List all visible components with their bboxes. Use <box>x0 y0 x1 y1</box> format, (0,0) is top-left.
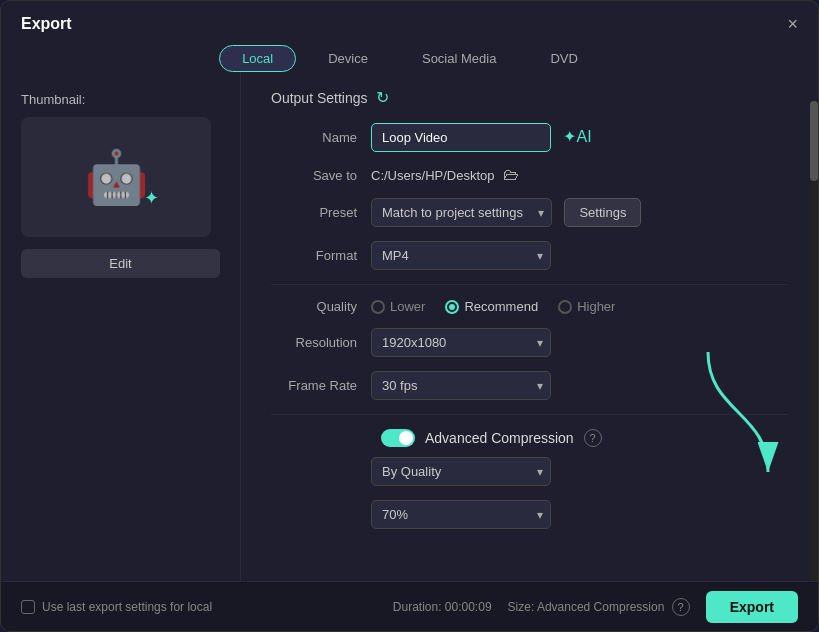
export-dialog: Export × Local Device Social Media DVD T… <box>0 0 819 632</box>
edit-button[interactable]: Edit <box>21 249 220 278</box>
frame-rate-field: 30 fps ▾ <box>371 371 788 400</box>
size-label: Size: Advanced Compression ? <box>508 598 690 616</box>
quality-pct-select[interactable]: 70% <box>371 500 551 529</box>
advanced-compression-row: Advanced Compression ? <box>271 429 788 447</box>
last-settings-checkbox[interactable] <box>21 600 35 614</box>
quality-options: Lower Recommend Higher <box>371 299 788 314</box>
left-panel: Thumbnail: 🤖 ✦ Edit <box>1 72 241 592</box>
resolution-field: 1920x1080 ▾ <box>371 328 788 357</box>
frame-rate-label: Frame Rate <box>271 378 371 393</box>
quality-lower-label: Lower <box>390 299 425 314</box>
save-to-row: Save to C:/Users/HP/Desktop 🗁 <box>271 166 788 184</box>
radio-higher-circle <box>558 300 572 314</box>
divider-1 <box>271 284 788 285</box>
preset-field: Match to project settings ▾ Settings <box>371 198 788 227</box>
by-quality-field: By Quality ▾ <box>371 457 788 486</box>
radio-lower-circle <box>371 300 385 314</box>
quality-recommend-label: Recommend <box>464 299 538 314</box>
save-path-text: C:/Users/HP/Desktop <box>371 168 495 183</box>
content-area: Thumbnail: 🤖 ✦ Edit Output Settings ↻ Na… <box>1 72 818 592</box>
duration-label: Duration: 00:00:09 <box>393 600 492 614</box>
thumbnail-box: 🤖 ✦ <box>21 117 211 237</box>
last-settings-label: Use last export settings for local <box>42 600 212 614</box>
output-settings-header: Output Settings ↻ <box>271 88 788 107</box>
ai-thumb-icon: 🤖 <box>84 147 149 208</box>
by-quality-select-wrapper: By Quality ▾ <box>371 457 551 486</box>
quality-lower[interactable]: Lower <box>371 299 425 314</box>
quality-recommend[interactable]: Recommend <box>445 299 538 314</box>
format-field: MP4 ▾ <box>371 241 788 270</box>
preset-select-wrapper: Match to project settings ▾ <box>371 198 552 227</box>
refresh-icon[interactable]: ↻ <box>376 88 389 107</box>
by-quality-select[interactable]: By Quality <box>371 457 551 486</box>
scrollbar-track <box>810 101 818 581</box>
right-panel: Output Settings ↻ Name ✦AI Save to C:/Us… <box>241 72 818 592</box>
output-settings-label: Output Settings <box>271 90 368 106</box>
format-select-wrapper: MP4 ▾ <box>371 241 551 270</box>
advanced-compression-label: Advanced Compression <box>425 430 574 446</box>
frame-rate-select[interactable]: 30 fps <box>371 371 551 400</box>
frame-rate-row: Frame Rate 30 fps ▾ <box>271 371 788 400</box>
sparkle-icon: ✦ <box>144 187 159 209</box>
scrollbar-thumb[interactable] <box>810 101 818 181</box>
help-icon[interactable]: ? <box>584 429 602 447</box>
bottom-meta: Duration: 00:00:09 Size: Advanced Compre… <box>393 598 690 616</box>
export-button[interactable]: Export <box>706 591 798 623</box>
name-input[interactable] <box>371 123 551 152</box>
format-label: Format <box>271 248 371 263</box>
quality-label: Quality <box>271 299 371 314</box>
quality-pct-field: 70% ▾ <box>371 500 788 529</box>
dialog-title: Export <box>21 15 72 33</box>
tab-device[interactable]: Device <box>306 45 390 72</box>
tab-social-media[interactable]: Social Media <box>400 45 518 72</box>
bottom-bar: Use last export settings for local Durat… <box>1 581 818 631</box>
resolution-label: Resolution <box>271 335 371 350</box>
save-to-field: C:/Users/HP/Desktop 🗁 <box>371 166 788 184</box>
advanced-compression-toggle[interactable] <box>381 429 415 447</box>
folder-icon[interactable]: 🗁 <box>503 166 519 184</box>
tab-bar: Local Device Social Media DVD <box>1 45 818 72</box>
ai-label-icon[interactable]: ✦AI <box>563 128 591 145</box>
preset-label: Preset <box>271 205 371 220</box>
radio-recommend-circle <box>445 300 459 314</box>
by-quality-row: By Quality ▾ <box>271 457 788 486</box>
close-button[interactable]: × <box>787 15 798 33</box>
preset-row: Preset Match to project settings ▾ Setti… <box>271 198 788 227</box>
quality-higher-label: Higher <box>577 299 615 314</box>
preset-select[interactable]: Match to project settings <box>371 198 552 227</box>
resolution-row: Resolution 1920x1080 ▾ <box>271 328 788 357</box>
format-row: Format MP4 ▾ <box>271 241 788 270</box>
resolution-select[interactable]: 1920x1080 <box>371 328 551 357</box>
name-label: Name <box>271 130 371 145</box>
thumbnail-label: Thumbnail: <box>21 92 220 107</box>
quality-pct-select-wrapper: 70% ▾ <box>371 500 551 529</box>
quality-pct-row: 70% ▾ <box>271 500 788 529</box>
checkbox-row: Use last export settings for local <box>21 600 377 614</box>
tab-dvd[interactable]: DVD <box>528 45 599 72</box>
divider-2 <box>271 414 788 415</box>
title-bar: Export × <box>1 1 818 33</box>
name-field-wrapper: ✦AI <box>371 123 788 152</box>
quality-higher[interactable]: Higher <box>558 299 615 314</box>
frame-rate-select-wrapper: 30 fps ▾ <box>371 371 551 400</box>
settings-button[interactable]: Settings <box>564 198 641 227</box>
save-to-label: Save to <box>271 168 371 183</box>
format-select[interactable]: MP4 <box>371 241 551 270</box>
size-help-icon[interactable]: ? <box>672 598 690 616</box>
quality-row: Quality Lower Recommend Higher <box>271 299 788 314</box>
name-row: Name ✦AI <box>271 123 788 152</box>
toggle-knob <box>399 431 413 445</box>
tab-local[interactable]: Local <box>219 45 296 72</box>
resolution-select-wrapper: 1920x1080 ▾ <box>371 328 551 357</box>
